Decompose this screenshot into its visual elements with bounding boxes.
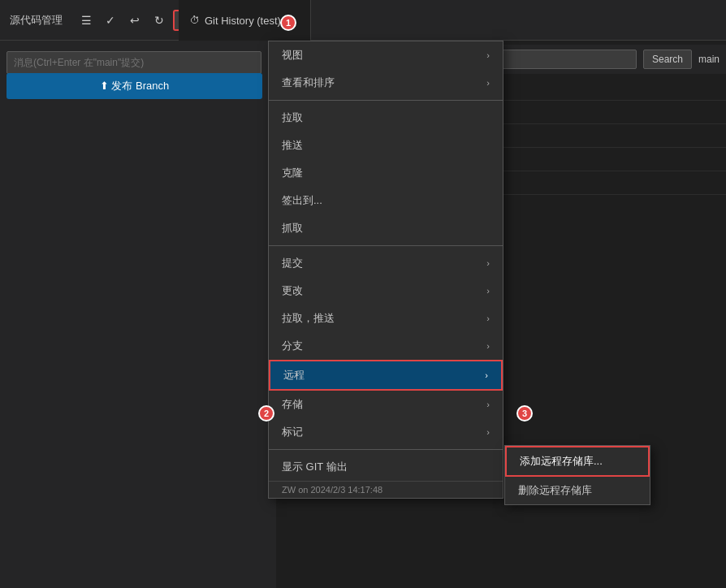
menu-item-branch[interactable]: 分支 › [269,332,503,360]
menu-divider-2 [269,245,503,246]
menu-arrow-pullpush: › [486,313,490,323]
menu-item-changes-label: 更改 [282,283,303,298]
annotation-2: 2 [258,405,274,422]
annotation-3: 3 [516,405,533,422]
menu-item-clone-label: 克隆 [282,166,303,180]
submenu-add-remote[interactable]: 添加远程存储库... [505,446,650,477]
menu-item-stash[interactable]: 存储 › [269,391,503,418]
menu-item-git-output[interactable]: 显示 GIT 输出 [269,453,503,481]
menu-item-clone[interactable]: 克隆 [269,159,503,187]
header-bar: 源代码管理 ☰ ✓ ↩ ↻ ··· ⏱ Git History (test) × [0,0,726,41]
publish-branch-button[interactable]: ⬆ 发布 Branch [6,73,262,99]
menu-item-tag[interactable]: 标记 › [269,418,503,446]
menu-item-push-label: 推送 [282,138,303,153]
dropdown-menu: 视图 › 查看和排序 › 拉取 推送 克隆 签出到... 抓取 提交 › 更改 … [268,41,503,499]
menu-arrow-branch: › [486,341,490,351]
menu-item-sort-label: 查看和排序 [282,76,335,90]
menu-item-view[interactable]: 视图 › [269,41,503,69]
menu-arrow-sort: › [486,78,490,88]
menu-arrow-tag: › [486,427,490,437]
menu-arrow-changes: › [486,286,490,296]
commit-message-input[interactable] [6,51,261,74]
git-search-button[interactable]: Search [643,50,692,69]
menu-item-pullpush-label: 拉取，推送 [282,311,335,326]
git-branch-label: main [698,54,720,65]
menu-item-pullpush[interactable]: 拉取，推送 › [269,305,503,332]
menu-item-commit[interactable]: 提交 › [269,249,503,277]
menu-arrow-view: › [486,50,490,60]
menu-item-sort[interactable]: 查看和排序 › [269,69,503,97]
menu-item-remote-label: 远程 [283,368,305,383]
menu-item-commit-label: 提交 [282,256,303,270]
refresh-icon-btn[interactable]: ↻ [149,10,170,31]
menu-footer: ZW on 2024/2/3 14:17:48 [269,481,503,498]
submenu-remove-remote[interactable]: 删除远程存储库 [505,477,650,504]
menu-item-fetch[interactable]: 抓取 [269,214,503,242]
menu-arrow-commit: › [486,258,490,268]
menu-item-tag-label: 标记 [282,425,303,439]
menu-arrow-stash: › [486,400,490,409]
menu-item-fetch-label: 抓取 [282,221,303,236]
menu-item-checkout[interactable]: 签出到... [269,187,503,214]
menu-item-pull-label: 拉取 [282,110,303,125]
menu-divider-1 [269,100,503,101]
source-control-title: 源代码管理 [0,13,72,28]
undo-icon-btn[interactable]: ↩ [124,10,145,31]
tab-history-icon: ⏱ [190,15,200,26]
menu-item-view-label: 视图 [282,48,303,63]
remote-submenu: 添加远程存储库... 删除远程存储库 [504,445,650,505]
menu-divider-3 [269,449,503,450]
menu-item-remote[interactable]: 远程 › [269,360,503,391]
menu-item-branch-label: 分支 [282,339,303,353]
menu-item-stash-label: 存储 [282,397,303,412]
publish-branch-label: ⬆ 发布 Branch [100,79,169,93]
tab-history-label: Git History (test) [205,15,281,27]
menu-item-pull[interactable]: 拉取 [269,104,503,132]
annotation-1: 1 [280,15,296,31]
menu-item-push[interactable]: 推送 [269,132,503,159]
menu-item-git-output-label: 显示 GIT 输出 [282,460,348,474]
menu-arrow-remote: › [485,370,488,380]
check-icon-btn[interactable]: ✓ [100,10,121,31]
menu-item-changes[interactable]: 更改 › [269,277,503,305]
list-icon-btn[interactable]: ☰ [76,10,97,31]
menu-item-checkout-label: 签出到... [282,193,322,208]
